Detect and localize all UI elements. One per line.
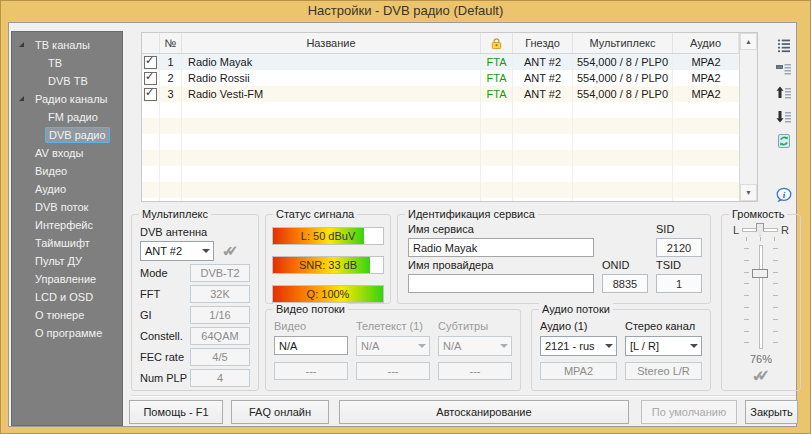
sidebar-item-timeshift[interactable]: Таймшифт [12,234,122,252]
faq-button[interactable]: FAQ онлайн [231,400,329,424]
col-socket[interactable]: Гнездо [513,33,573,53]
sidebar-item-about-program[interactable]: О программе [12,324,122,342]
footer-separator [131,395,796,397]
sidebar-item-tv-channels[interactable]: ТВ каналы [12,36,122,54]
defaults-button[interactable]: По умолчанию [641,400,737,424]
channel-row[interactable]: ✓3Radio Vesti-FMFTAANT #2554,000 / 8 / P… [142,86,739,102]
sidebar-item-label: DVB поток [32,200,91,214]
audio-group-title: Аудио потоки [539,303,613,316]
channel-row[interactable]: ✓1Radio MayakFTAANT #2554,000 / 8 / PLP0… [142,54,739,70]
info-button[interactable]: i [775,186,793,203]
table-scrollbar[interactable]: ▲ ▼ [739,33,757,201]
move-channel-down-button[interactable] [775,108,793,125]
access-badge: FTA [481,86,513,102]
channel-checkbox[interactable]: ✓ [144,72,157,85]
access-badge: FTA [481,70,513,86]
sidebar-item-tv[interactable]: ТВ [12,54,122,72]
empty-row [142,118,739,134]
sid-value: 2120 [656,238,702,257]
sidebar-item-label: Управление [32,272,99,286]
volume-group: Громкость L R 76% ✔✔ [721,214,801,391]
sidebar-item-control[interactable]: Управление [12,270,122,288]
col-number[interactable]: № [160,33,182,53]
teletext-select[interactable]: N/A [356,336,430,356]
channel-list-button[interactable] [775,36,793,53]
service-name-input[interactable] [408,238,594,257]
col-access[interactable] [481,33,513,53]
channel-table-main: № Название Гнездо Мультиплекс Аудио ✓1Ra… [142,33,739,201]
sidebar-item-about-tuner[interactable]: О тюнере [12,306,122,324]
channel-table: № Название Гнездо Мультиплекс Аудио ✓1Ra… [141,32,758,202]
table-body: ✓1Radio MayakFTAANT #2554,000 / 8 / PLP0… [142,54,739,201]
col-name-label: Название [306,37,355,49]
signal-status-group: Статус сигнала L: 50 dBuVSNR: 33 dBQ: 10… [265,214,391,304]
antenna-ok-check-icon: ✔✔ [221,242,239,260]
sidebar-item-audio[interactable]: Аудио [12,180,122,198]
sidebar-item-av-inputs[interactable]: AV входы [12,144,122,162]
stereo-mode-select[interactable]: [L / R] [625,336,702,356]
balance-slider[interactable] [742,223,778,236]
sidebar-item-label: О программе [32,326,105,340]
signal-bars: L: 50 dBuVSNR: 33 dBQ: 100% [272,227,384,303]
autoscan-button[interactable]: Автосканирование [339,400,629,424]
antenna-select[interactable]: ANT #2 [140,241,214,261]
signal-group-title: Статус сигнала [273,208,357,221]
teletext-info-value: --- [356,362,430,380]
sidebar-item-fm-radio[interactable]: FM радио [12,108,122,126]
col-checkbox[interactable] [142,33,160,53]
subtitles-label: Субтитры [438,320,512,333]
chevron-down-icon [687,344,701,348]
subtitles-select-value: N/A [439,340,497,352]
video-stream-input[interactable] [274,336,348,355]
param-value: 64QAM [190,327,250,345]
audio-track-select[interactable]: 2121 - rus [540,336,617,356]
col-multiplex[interactable]: Мультиплекс [573,33,673,53]
sidebar-item-remote[interactable]: Пульт ДУ [12,252,122,270]
teletext-label: Телетекст (1) [356,320,430,333]
scroll-up-button[interactable]: ▲ [740,33,757,50]
multiplex-group-title: Мультиплекс [139,208,211,221]
update-list-button[interactable] [775,132,793,149]
sidebar-item-dvb-radio[interactable]: DVB радио [12,126,122,144]
sidebar-item-interface[interactable]: Интерфейс [12,216,122,234]
remove-channel-button[interactable] [775,60,793,77]
col-name[interactable]: Название [182,33,481,53]
titlebar[interactable]: Настройки - DVB радио (Default) [0,0,811,22]
col-audio[interactable]: Аудио [673,33,739,53]
subtitles-select[interactable]: N/A [438,336,512,356]
volume-slider[interactable] [739,245,783,347]
audio-track-label: Аудио (1) [540,320,617,333]
sidebar-item-dvb-stream[interactable]: DVB поток [12,198,122,216]
signal-bar-label: L: 50 dBuV [273,228,383,244]
move-channel-up-button[interactable] [775,84,793,101]
video-info-value: --- [274,362,348,380]
scroll-down-button[interactable]: ▼ [740,184,757,201]
balance-slider-thumb[interactable] [756,223,764,236]
chevron-down-icon [602,344,616,348]
volume-group-title: Громкость [729,208,787,221]
onid-label: ONID [602,259,648,272]
volume-slider-thumb[interactable] [752,269,768,278]
empty-row [142,166,739,182]
channel-checkbox[interactable]: ✓ [144,56,157,69]
sidebar-item-label: Радио каналы [32,92,111,106]
channel-checkbox[interactable]: ✓ [144,88,157,101]
volume-slider-track[interactable] [759,245,763,349]
provider-input[interactable] [408,274,594,293]
sidebar-item-radio-channels[interactable]: Радио каналы [12,90,122,108]
settings-nav-tree: ТВ каналыТВDVB ТВРадио каналыFM радиоDVB… [11,31,123,426]
channel-row[interactable]: ✓2Radio RossiiFTAANT #2554,000 / 8 / PLP… [142,70,739,86]
sidebar-item-lcd-osd[interactable]: LCD и OSD [12,288,122,306]
video-label: Видео [274,320,348,333]
help-button[interactable]: Помощь - F1 [129,400,223,424]
signal-bar-label: SNR: 33 dB [273,257,383,273]
tsid-label: TSID [656,259,702,272]
param-value: 4 [190,369,250,387]
sidebar-item-video[interactable]: Видео [12,162,122,180]
sidebar-item-dvb-tv[interactable]: DVB ТВ [12,72,122,90]
tree-expander-icon[interactable] [19,42,24,47]
param-label: FEC rate [140,351,190,364]
antenna-select-value: ANT #2 [141,245,199,257]
tree-expander-icon[interactable] [19,96,24,101]
close-button[interactable]: Закрыть [745,400,798,424]
